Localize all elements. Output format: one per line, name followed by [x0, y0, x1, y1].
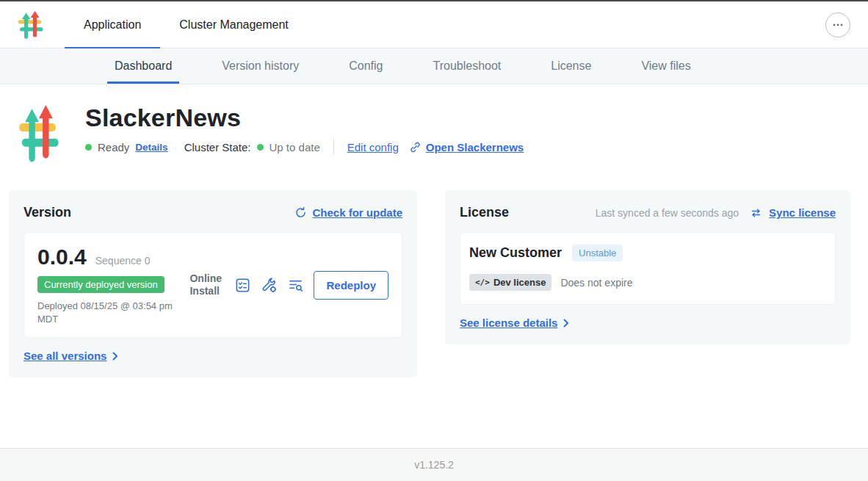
subtab-view-files[interactable]: View files — [616, 48, 715, 84]
version-number-row: 0.0.4 Sequence 0 — [37, 245, 181, 270]
license-type-row: </> Dev license Does not expire — [469, 274, 826, 291]
version-actions: Online Install — [189, 271, 388, 300]
dashboard-cards: Version Check for update — [9, 190, 850, 377]
sync-arrows-icon — [750, 208, 762, 218]
version-number: 0.0.4 — [37, 245, 87, 270]
channel-badge: Unstable — [572, 245, 623, 261]
install-type-label: Online Install — [189, 272, 225, 298]
subtab-version-history[interactable]: Version history — [197, 48, 324, 84]
tab-cluster-management[interactable]: Cluster Management — [160, 1, 308, 48]
app-status-label: Ready — [98, 141, 129, 153]
console-version-label: v1.125.2 — [414, 459, 454, 471]
license-type-label: Dev license — [493, 277, 546, 288]
license-card: License Last synced a few seconds ago Sy… — [445, 190, 850, 344]
preflight-checks-icon[interactable] — [287, 277, 304, 294]
app-header-text: SlackerNews Ready Details Cluster State:… — [85, 102, 524, 162]
chevron-right-icon — [563, 319, 569, 328]
license-card-title: License — [460, 205, 509, 220]
see-license-details-label: See license details — [460, 317, 557, 329]
refresh-icon — [294, 206, 307, 219]
divider — [333, 140, 334, 154]
dashboard-main: SlackerNews Ready Details Cluster State:… — [0, 84, 868, 377]
customer-name: New Customer — [469, 245, 562, 261]
app-status-dot — [85, 144, 92, 151]
chevron-right-icon — [112, 352, 118, 361]
subtab-config[interactable]: Config — [324, 48, 408, 84]
subtab-license[interactable]: License — [526, 48, 616, 84]
app-sub-nav: Dashboard Version history Config Trouble… — [0, 48, 868, 84]
subtab-dashboard[interactable]: Dashboard — [90, 48, 197, 84]
sync-license-link[interactable]: Sync license — [769, 206, 836, 219]
edit-config-link[interactable]: Edit config — [347, 141, 399, 153]
license-type-badge: </> Dev license — [469, 274, 551, 291]
cluster-state-dot — [257, 144, 264, 151]
license-header-actions: Last synced a few seconds ago Sync licen… — [596, 206, 836, 219]
version-card: Version Check for update — [9, 190, 417, 377]
see-all-versions-link[interactable]: See all versions — [23, 350, 118, 362]
link-icon — [409, 141, 422, 153]
current-version-panel: 0.0.4 Sequence 0 Currently deployed vers… — [23, 232, 402, 338]
open-app-label: Open Slackernews — [426, 141, 524, 153]
top-nav-tabs: Application Cluster Management — [65, 1, 308, 48]
app-logo-icon — [16, 9, 44, 41]
page-title: SlackerNews — [85, 104, 524, 132]
code-icon: </> — [475, 278, 490, 287]
release-notes-icon[interactable] — [234, 277, 251, 294]
license-customer-row: New Customer Unstable — [469, 245, 826, 261]
tab-application[interactable]: Application — [65, 1, 160, 48]
check-for-update-link[interactable]: Check for update — [294, 206, 402, 219]
subtab-troubleshoot[interactable]: Troubleshoot — [408, 48, 526, 84]
license-expiration: Does not expire — [560, 277, 632, 289]
version-card-title: Version — [23, 205, 71, 220]
app-status-row: Ready Details Cluster State: Up to date … — [85, 140, 524, 154]
footer: v1.125.2 — [0, 448, 868, 481]
current-version-info: 0.0.4 Sequence 0 Currently deployed vers… — [37, 245, 181, 325]
redeploy-button[interactable]: Redeploy — [314, 271, 388, 300]
details-link[interactable]: Details — [135, 142, 167, 153]
see-license-details-link[interactable]: See license details — [460, 317, 569, 329]
deployed-badge: Currently deployed version — [37, 276, 164, 293]
app-logo-large-icon — [16, 105, 60, 162]
cluster-state-label: Cluster State: — [184, 141, 251, 153]
sequence-label: Sequence 0 — [95, 255, 151, 267]
top-nav: Application Cluster Management — [0, 1, 868, 48]
admin-console-page: Application Cluster Management Dashboard… — [0, 0, 868, 481]
cluster-state-value: Up to date — [270, 141, 320, 153]
version-card-header: Version Check for update — [23, 205, 402, 220]
check-for-update-label: Check for update — [312, 206, 402, 219]
app-header: SlackerNews Ready Details Cluster State:… — [0, 84, 868, 162]
see-all-versions-label: See all versions — [23, 350, 106, 362]
deployed-timestamp: Deployed 08/15/25 @ 03:54 pm MDT — [37, 300, 181, 325]
license-panel: New Customer Unstable </> Dev license Do… — [460, 232, 836, 305]
ellipsis-icon — [831, 18, 845, 32]
license-card-header: License Last synced a few seconds ago Sy… — [460, 205, 836, 220]
open-app-link[interactable]: Open Slackernews — [409, 141, 524, 153]
last-synced-label: Last synced a few seconds ago — [596, 207, 739, 219]
more-menu-button[interactable] — [825, 12, 850, 37]
config-wrench-icon[interactable] — [261, 277, 278, 294]
